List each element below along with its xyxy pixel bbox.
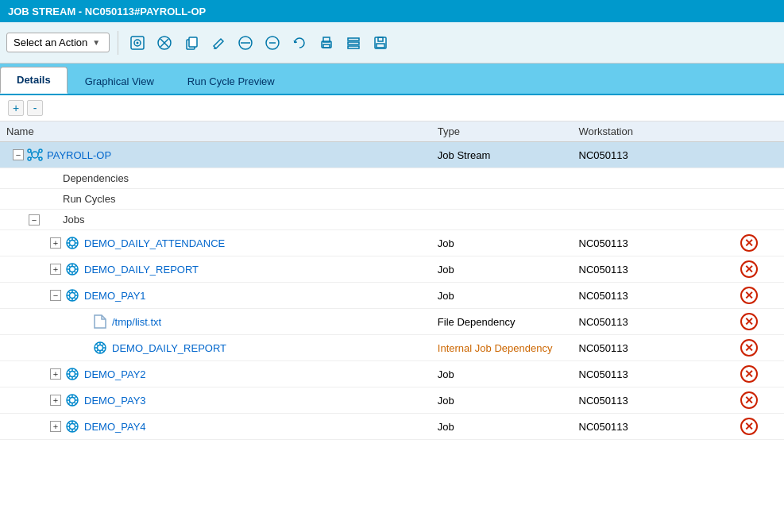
table-row[interactable]: − PAYROLL-OPJob StreamNC050113	[0, 142, 784, 168]
item-name-link[interactable]: DEMO_PAY1	[84, 290, 146, 302]
cancel-icon[interactable]	[153, 32, 176, 54]
job-icon	[64, 418, 81, 435]
expand-icon[interactable]: −	[29, 214, 40, 226]
table-body: − PAYROLL-OPJob StreamNC050113Dependenci…	[0, 142, 784, 440]
dropdown-arrow-icon: ▼	[92, 38, 100, 47]
tab-details[interactable]: Details	[0, 67, 68, 94]
svg-line-97	[68, 422, 71, 425]
table-row[interactable]: + DEMO_DAILY_REPORTJobNC050113✕	[0, 256, 784, 283]
item-action	[713, 168, 784, 189]
table-row[interactable]: + DEMO_PAY2JobNC050113✕	[0, 361, 784, 387]
svg-point-23	[28, 149, 31, 152]
svg-line-40	[68, 245, 71, 248]
item-workstation: NC050113	[573, 335, 714, 361]
remove-button[interactable]: ✕	[740, 339, 758, 357]
remove-button[interactable]: ✕	[740, 287, 758, 304]
svg-line-67	[96, 344, 98, 346]
item-workstation: NC050113	[573, 361, 714, 387]
remove-button[interactable]: ✕	[740, 260, 758, 278]
expand-icon[interactable]: +	[50, 368, 61, 380]
expand-icon[interactable]: −	[13, 149, 24, 160]
action-dropdown[interactable]: Select an Action ▼	[6, 33, 110, 52]
item-name-link[interactable]: DEMO_DAILY_REPORT	[84, 264, 199, 276]
item-name-link[interactable]: /tmp/list.txt	[112, 316, 161, 328]
item-name-link[interactable]: PAYROLL-OP	[47, 149, 111, 161]
table-row[interactable]: + DEMO_PAY4JobNC050113✕	[0, 414, 784, 440]
item-action: ✕	[713, 335, 784, 361]
expand-icon[interactable]: +	[50, 264, 61, 275]
item-name-link[interactable]: DEMO_DAILY_REPORT	[112, 342, 226, 354]
item-name-link[interactable]: DEMO_DAILY_ATTENDANCE	[84, 237, 225, 249]
svg-point-25	[28, 157, 31, 160]
item-type: File Dependency	[431, 309, 573, 335]
job-icon	[64, 287, 81, 304]
expand-icon[interactable]: +	[50, 395, 61, 406]
item-type: Job Stream	[431, 142, 573, 168]
table-row[interactable]: Run Cycles	[0, 189, 784, 210]
expand-icon[interactable]: +	[50, 421, 61, 432]
copy-icon[interactable]	[180, 32, 203, 54]
svg-point-2	[137, 41, 139, 44]
remove-button[interactable]: ✕	[740, 234, 758, 252]
content-area: + - Name Type Workstation −	[0, 95, 784, 532]
table-row[interactable]: Dependencies	[0, 168, 784, 189]
remove-button[interactable]: ✕	[740, 365, 758, 383]
svg-line-69	[102, 344, 105, 346]
table-row[interactable]: − DEMO_PAY1JobNC050113✕	[0, 283, 784, 309]
remove-button[interactable]: ✕	[740, 391, 758, 409]
section-label: Jobs	[60, 214, 84, 226]
item-type: Job	[431, 230, 573, 256]
svg-point-62	[98, 345, 103, 351]
edit-icon[interactable]	[207, 32, 230, 54]
item-type: Job	[431, 256, 573, 283]
jobstream-icon	[26, 146, 44, 164]
expand-icon[interactable]: −	[50, 290, 61, 301]
table-row[interactable]: DEMO_DAILY_REPORTInternal Job Dependency…	[0, 335, 784, 361]
table-row[interactable]: + DEMO_DAILY_ATTENDANCEJobNC050113✕	[0, 230, 784, 256]
minus-circle-icon[interactable]	[261, 32, 284, 54]
main-table: Name Type Workstation −	[0, 121, 784, 440]
list-view-icon[interactable]	[342, 32, 365, 54]
svg-rect-21	[377, 44, 384, 48]
item-type: Job	[431, 283, 573, 309]
print-icon[interactable]	[315, 32, 338, 54]
job-icon	[64, 260, 81, 278]
item-type	[431, 210, 573, 230]
svg-point-82	[70, 398, 75, 403]
item-name-link[interactable]: DEMO_PAY3	[84, 395, 146, 407]
table-row[interactable]: /tmp/list.txtFile DependencyNC050113✕	[0, 309, 784, 335]
title-text: JOB STREAM - NC050113#PAYROLL-OP	[8, 6, 206, 17]
svg-line-57	[68, 291, 71, 294]
job-icon	[64, 234, 81, 252]
svg-line-59	[75, 291, 77, 294]
item-name-link[interactable]: DEMO_PAY2	[84, 368, 146, 380]
view-icon[interactable]	[126, 32, 149, 54]
svg-line-27	[31, 152, 32, 155]
svg-line-100	[68, 429, 71, 431]
svg-point-24	[39, 149, 42, 152]
remove-button[interactable]: ✕	[740, 418, 758, 435]
svg-point-52	[70, 293, 75, 299]
tab-run-cycle-preview[interactable]: Run Cycle Preview	[172, 69, 291, 94]
table-row[interactable]: + DEMO_PAY3JobNC050113✕	[0, 387, 784, 414]
expand-icon[interactable]: +	[50, 237, 61, 249]
remove-button[interactable]: ✕	[740, 313, 758, 330]
svg-line-78	[75, 376, 77, 379]
prohibited-icon[interactable]	[234, 32, 257, 54]
item-action	[713, 189, 784, 210]
svg-line-68	[102, 350, 105, 353]
col-header-action	[713, 121, 784, 142]
collapse-all-button[interactable]: -	[27, 100, 43, 116]
item-action: ✕	[713, 309, 784, 335]
refresh-icon[interactable]	[288, 32, 311, 54]
tab-graphical-view[interactable]: Graphical View	[69, 69, 170, 94]
table-row[interactable]: −Jobs	[0, 210, 784, 230]
toolbar-separator-1	[118, 31, 118, 55]
svg-rect-16	[348, 38, 359, 40]
item-name-link[interactable]: DEMO_PAY4	[84, 421, 146, 433]
svg-line-50	[68, 272, 71, 274]
save-icon[interactable]	[369, 32, 392, 54]
expand-all-button[interactable]: +	[8, 100, 24, 116]
svg-line-79	[75, 370, 77, 372]
col-header-workstation: Workstation	[573, 121, 714, 142]
